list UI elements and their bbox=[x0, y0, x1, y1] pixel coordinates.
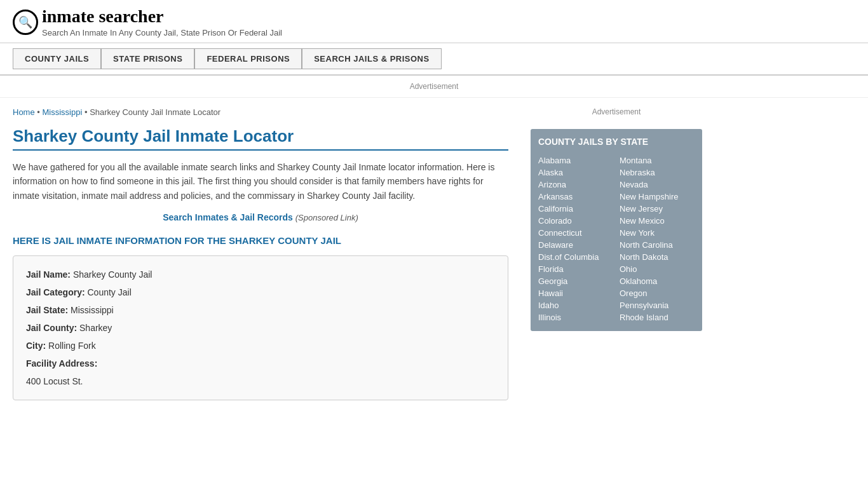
jail-category-label: Jail Category: bbox=[26, 287, 85, 297]
ad-banner: Advertisement bbox=[0, 76, 868, 98]
state-link[interactable]: Florida bbox=[538, 263, 613, 275]
jail-city-label: City: bbox=[26, 341, 46, 351]
states-left-col: AlabamaAlaskaArizonaArkansasCaliforniaCo… bbox=[538, 154, 613, 323]
logo-text: inmate searcher bbox=[42, 6, 164, 27]
state-link[interactable]: Arkansas bbox=[538, 191, 613, 203]
jail-county-value: Sharkey bbox=[79, 323, 112, 333]
state-link[interactable]: New Hampshire bbox=[620, 191, 695, 203]
header: 🔍 inmate searcher Search An Inmate In An… bbox=[0, 0, 868, 43]
jail-name-row: Jail Name: Sharkey County Jail bbox=[26, 266, 495, 283]
sidebar: Advertisement COUNTY JAILS BY STATE Alab… bbox=[521, 98, 712, 410]
jail-city-row: City: Rolling Fork bbox=[26, 337, 495, 355]
logo-icon: 🔍 bbox=[13, 10, 38, 35]
state-link[interactable]: Georgia bbox=[538, 275, 613, 287]
logo-area: 🔍 inmate searcher Search An Inmate In An… bbox=[13, 6, 855, 37]
sponsored-link-area: Search Inmates & Jail Records (Sponsored… bbox=[13, 212, 508, 222]
jail-category-row: Jail Category: County Jail bbox=[26, 283, 495, 301]
state-link[interactable]: Illinois bbox=[538, 311, 613, 323]
jail-category-value: County Jail bbox=[87, 287, 131, 297]
jail-address-value: 400 Locust St. bbox=[26, 376, 83, 386]
breadcrumb-home-link[interactable]: Home bbox=[13, 107, 35, 117]
state-link[interactable]: Colorado bbox=[538, 215, 613, 227]
state-link[interactable]: Montana bbox=[620, 154, 695, 166]
page-title: Sharkey County Jail Inmate Locator bbox=[13, 126, 508, 151]
state-link[interactable]: New Mexico bbox=[620, 215, 695, 227]
jail-address-value-row: 400 Locust St. bbox=[26, 372, 495, 390]
jail-state-value: Mississippi bbox=[71, 305, 114, 315]
state-link[interactable]: Hawaii bbox=[538, 287, 613, 299]
jail-name-label: Jail Name: bbox=[26, 269, 71, 280]
states-grid: AlabamaAlaskaArizonaArkansasCaliforniaCo… bbox=[538, 154, 695, 323]
description: We have gathered for you all the availab… bbox=[13, 160, 508, 203]
jail-address-row: Facility Address: bbox=[26, 355, 495, 372]
state-link[interactable]: Pennsylvania bbox=[620, 299, 695, 311]
state-link[interactable]: Dist.of Columbia bbox=[538, 251, 613, 263]
county-jails-title: COUNTY JAILS BY STATE bbox=[538, 137, 695, 147]
state-link[interactable]: Nebraska bbox=[620, 166, 695, 179]
state-link[interactable]: Alabama bbox=[538, 154, 613, 166]
state-link[interactable]: Idaho bbox=[538, 299, 613, 311]
county-jails-by-state-box: COUNTY JAILS BY STATE AlabamaAlaskaArizo… bbox=[531, 129, 702, 331]
state-link[interactable]: Oklahoma bbox=[620, 275, 695, 287]
sponsored-suffix: (Sponsored Link) bbox=[295, 213, 358, 222]
state-link[interactable]: North Carolina bbox=[620, 239, 695, 251]
main-layout: Home • Mississippi • Sharkey County Jail… bbox=[0, 98, 868, 410]
search-jails-nav-btn[interactable]: SEARCH JAILS & PRISONS bbox=[302, 48, 441, 69]
state-link[interactable]: New Jersey bbox=[620, 203, 695, 215]
jail-city-value: Rolling Fork bbox=[48, 341, 96, 351]
state-link[interactable]: Nevada bbox=[620, 179, 695, 191]
sponsored-link[interactable]: Search Inmates & Jail Records bbox=[163, 212, 293, 222]
county-jails-nav-btn[interactable]: COUNTY JAILS bbox=[13, 48, 101, 69]
state-link[interactable]: New York bbox=[620, 227, 695, 239]
jail-county-label: Jail County: bbox=[26, 323, 77, 333]
sidebar-ad: Advertisement bbox=[531, 104, 702, 119]
state-prisons-nav-btn[interactable]: STATE PRISONS bbox=[101, 48, 194, 69]
jail-state-label: Jail State: bbox=[26, 305, 68, 315]
state-link[interactable]: Rhode Island bbox=[620, 311, 695, 323]
jail-info-box: Jail Name: Sharkey County Jail Jail Cate… bbox=[13, 255, 508, 400]
federal-prisons-nav-btn[interactable]: FEDERAL PRISONS bbox=[194, 48, 302, 69]
breadcrumb: Home • Mississippi • Sharkey County Jail… bbox=[13, 107, 508, 117]
breadcrumb-sep2: • bbox=[85, 107, 90, 117]
state-link[interactable]: Oregon bbox=[620, 287, 695, 299]
state-link[interactable]: Connecticut bbox=[538, 227, 613, 239]
breadcrumb-state-link[interactable]: Mississippi bbox=[42, 107, 82, 117]
state-link[interactable]: North Dakota bbox=[620, 251, 695, 263]
tagline: Search An Inmate In Any County Jail, Sta… bbox=[42, 28, 282, 37]
state-link[interactable]: Alaska bbox=[538, 166, 613, 179]
state-link[interactable]: California bbox=[538, 203, 613, 215]
jail-county-row: Jail County: Sharkey bbox=[26, 319, 495, 337]
nav-bar: COUNTY JAILS STATE PRISONS FEDERAL PRISO… bbox=[0, 43, 868, 76]
state-link[interactable]: Ohio bbox=[620, 263, 695, 275]
jail-address-label: Facility Address: bbox=[26, 358, 97, 369]
state-link[interactable]: Arizona bbox=[538, 179, 613, 191]
jail-name-value: Sharkey County Jail bbox=[73, 269, 153, 280]
breadcrumb-current: Sharkey County Jail Inmate Locator bbox=[90, 107, 220, 117]
nav-buttons: COUNTY JAILS STATE PRISONS FEDERAL PRISO… bbox=[13, 48, 855, 69]
info-heading: HERE IS JAIL INMATE INFORMATION FOR THE … bbox=[13, 235, 508, 246]
state-link[interactable]: Delaware bbox=[538, 239, 613, 251]
jail-state-row: Jail State: Mississippi bbox=[26, 301, 495, 319]
content-area: Home • Mississippi • Sharkey County Jail… bbox=[0, 98, 521, 410]
states-right-col: MontanaNebraskaNevadaNew HampshireNew Je… bbox=[620, 154, 695, 323]
